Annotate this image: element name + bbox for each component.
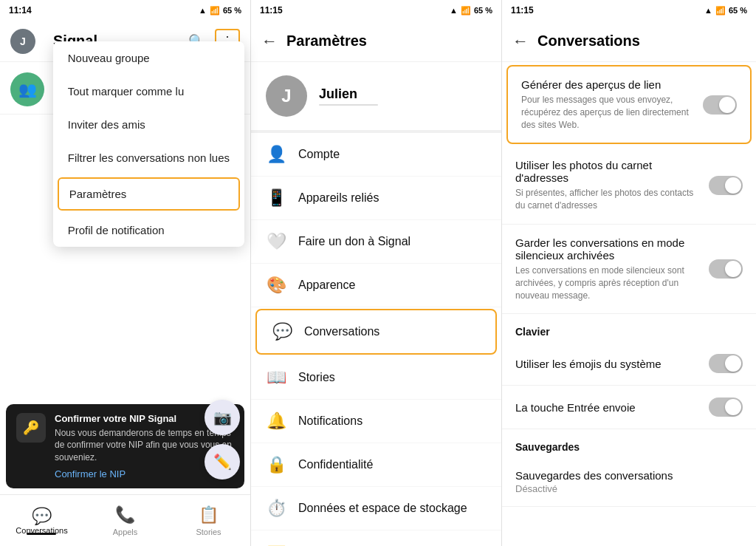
calls-icon: 📞 xyxy=(115,505,135,525)
dropdown-menu: Nouveau groupe Tout marquer comme lu Inv… xyxy=(53,41,244,247)
settings-donate[interactable]: 🤍 Faire un don à Signal xyxy=(251,220,501,264)
settings-account[interactable]: 👤 Compte xyxy=(251,133,501,177)
settings-payments[interactable]: 💳 Paiements xyxy=(251,530,501,546)
settings-privacy[interactable]: 🔒 Confidentialité xyxy=(251,443,501,487)
setting-backup-sub: Désactivé xyxy=(515,483,743,494)
settings-data[interactable]: ⏱️ Données et espace de stockage xyxy=(251,487,501,530)
settings-stories[interactable]: 📖 Stories xyxy=(251,356,501,400)
right-back-button[interactable]: ← xyxy=(512,32,529,51)
battery-left: 65 % xyxy=(223,6,241,15)
profile-name: Julien xyxy=(319,86,378,102)
nav-stories-label: Stories xyxy=(196,528,221,536)
signal-icon: 📶 xyxy=(210,6,220,16)
profile-sub xyxy=(319,104,378,106)
notifications-icon: 🔔 xyxy=(266,412,286,431)
avatar: J xyxy=(10,29,35,54)
status-bar-left: 11:14 ▲ 📶 65 % xyxy=(0,0,250,21)
settings-back-button[interactable]: ← xyxy=(261,32,278,51)
toggle-contact-photos[interactable] xyxy=(709,176,743,195)
dropdown-item-filter[interactable]: Filtrer les conversations non lues xyxy=(53,141,244,174)
time-mid: 11:15 xyxy=(260,5,283,16)
time-left: 11:14 xyxy=(9,5,32,16)
profile-info: Julien xyxy=(319,86,378,106)
devices-label: Appareils reliés xyxy=(298,191,379,205)
setting-enter-sends[interactable]: La touche Entrée envoie xyxy=(502,386,756,429)
account-label: Compte xyxy=(298,148,340,161)
setting-system-emoji-title: Utiliser les émojis du système xyxy=(515,358,700,370)
privacy-label: Confidentialité xyxy=(298,458,373,471)
setting-silent-archived[interactable]: Garder les conversations en mode silenci… xyxy=(502,225,756,314)
nav-indicator xyxy=(27,533,56,535)
toggle-enter-sends[interactable] xyxy=(709,397,743,417)
camera-fab[interactable]: 📷 xyxy=(205,400,240,435)
right-panel: 11:15 ▲ 📶 65 % ← Conversations Générer d… xyxy=(502,0,756,546)
setting-contact-photos-desc: Si présentes, afficher les photos des co… xyxy=(515,187,700,212)
devices-icon: 📱 xyxy=(266,188,286,208)
setting-link-preview-title: Générer des aperçus de lien xyxy=(521,78,694,91)
profile-avatar: J xyxy=(266,75,307,117)
setting-silent-archived-text: Garder les conversations en mode silenci… xyxy=(515,236,700,301)
settings-appearance[interactable]: 🎨 Apparence xyxy=(251,264,501,307)
notif-icon: 🔑 xyxy=(16,413,46,443)
setting-enter-sends-title: La touche Entrée envoie xyxy=(515,401,700,414)
conv-avatar: 👥 xyxy=(10,72,44,106)
settings-profile[interactable]: J Julien xyxy=(251,62,501,133)
setting-link-preview-text: Générer des aperçus de lien Pour les mes… xyxy=(521,78,694,131)
nav-calls[interactable]: 📞 Appels xyxy=(83,495,167,546)
appearance-label: Apparence xyxy=(298,279,355,292)
stories-settings-icon: 📖 xyxy=(266,368,286,387)
settings-conversations[interactable]: 💬 Conversations xyxy=(255,309,497,355)
setting-link-preview[interactable]: Générer des aperçus de lien Pour les mes… xyxy=(506,65,752,144)
toggle-silent-archived[interactable] xyxy=(709,259,743,279)
dropdown-item-invite[interactable]: Inviter des amis xyxy=(53,108,244,141)
nav-conversations[interactable]: 💬 Conversations xyxy=(0,495,83,546)
status-icons-right: ▲ 📶 65 % xyxy=(704,6,747,16)
setting-backup-conversations[interactable]: Sauvegardes des conversations Désactivé xyxy=(502,457,756,507)
status-bar-mid: 11:15 ▲ 📶 65 % xyxy=(251,0,501,21)
right-title: Conversations xyxy=(537,33,640,50)
section-keyboard: Clavier xyxy=(502,314,756,342)
setting-link-preview-desc: Pour les messages que vous envoyez, récu… xyxy=(521,94,694,131)
compose-fab[interactable]: ✏️ xyxy=(205,444,240,480)
settings-list: 👤 Compte 📱 Appareils reliés 🤍 Faire un d… xyxy=(251,133,501,546)
settings-title: Paramètres xyxy=(286,33,491,50)
setting-system-emoji[interactable]: Utiliser les émojis du système xyxy=(502,342,756,386)
dropdown-item-notif-profile[interactable]: Profil de notification xyxy=(53,214,244,247)
setting-contact-photos[interactable]: Utiliser les photos du carnet d'adresses… xyxy=(502,147,756,225)
settings-header: ← Paramètres xyxy=(251,21,501,62)
wifi-icon-right: ▲ xyxy=(704,6,712,15)
bottom-nav: 💬 Conversations 📞 Appels 📋 Stories xyxy=(0,494,250,546)
nav-stories[interactable]: 📋 Stories xyxy=(167,495,250,546)
setting-contact-photos-title: Utiliser les photos du carnet d'adresses xyxy=(515,159,700,184)
settings-devices[interactable]: 📱 Appareils reliés xyxy=(251,177,501,220)
setting-silent-archived-title: Garder les conversations en mode silenci… xyxy=(515,236,700,262)
stories-icon: 📋 xyxy=(199,505,219,525)
donate-label: Faire un don à Signal xyxy=(298,235,410,248)
toggle-link-preview[interactable] xyxy=(703,95,737,115)
settings-notifications[interactable]: 🔔 Notifications xyxy=(251,400,501,443)
wifi-icon: ▲ xyxy=(199,6,207,15)
status-icons-mid: ▲ 📶 65 % xyxy=(450,6,492,16)
wifi-icon-mid: ▲ xyxy=(450,6,458,15)
data-icon: ⏱️ xyxy=(266,499,286,518)
privacy-icon: 🔒 xyxy=(266,455,286,474)
status-icons-left: ▲ 📶 65 % xyxy=(199,6,241,16)
setting-system-emoji-text: Utiliser les émojis du système xyxy=(515,358,700,370)
dropdown-item-mark-read[interactable]: Tout marquer comme lu xyxy=(53,75,244,108)
right-header: ← Conversations xyxy=(502,21,756,62)
signal-icon-right: 📶 xyxy=(715,6,726,16)
fab-container: 📷 ✏️ xyxy=(205,400,240,480)
dropdown-item-settings[interactable]: Paramètres xyxy=(58,177,240,211)
dropdown-item-new-group[interactable]: Nouveau groupe xyxy=(53,41,244,75)
mid-panel: 11:15 ▲ 📶 65 % ← Paramètres J Julien 👤 C… xyxy=(251,0,502,546)
conversations-icon: 💬 xyxy=(272,322,292,341)
account-icon: 👤 xyxy=(266,145,286,164)
stories-label: Stories xyxy=(298,371,335,384)
setting-silent-archived-desc: Les conversations en mode silencieux son… xyxy=(515,265,700,301)
data-label: Données et espace de stockage xyxy=(298,502,467,515)
notifications-label: Notifications xyxy=(298,414,362,428)
appearance-icon: 🎨 xyxy=(266,276,286,295)
section-backups: Sauvegardes xyxy=(502,429,756,457)
toggle-system-emoji[interactable] xyxy=(709,354,743,373)
setting-backup-text: Sauvegardes des conversations Désactivé xyxy=(515,469,743,494)
